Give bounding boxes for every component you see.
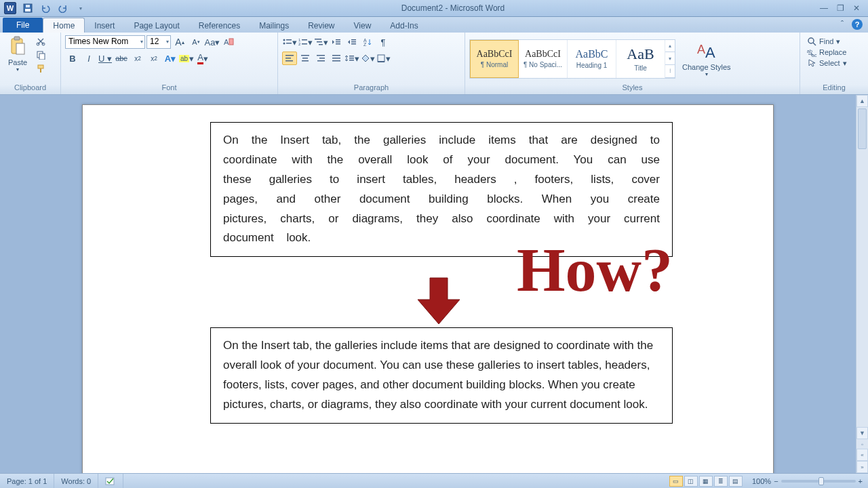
page[interactable]: On the Insert tab, the galleries include… <box>82 104 774 473</box>
tab-insert[interactable]: Insert <box>85 18 124 33</box>
svg-text:2: 2 <box>298 42 301 46</box>
align-left-icon[interactable] <box>282 52 297 65</box>
restore-icon[interactable]: ❐ <box>834 3 846 13</box>
font-name-input[interactable]: Times New Rom▾ <box>65 35 145 49</box>
align-right-icon[interactable] <box>313 52 328 65</box>
subscript-button[interactable]: x2 <box>130 52 145 65</box>
copy-icon[interactable] <box>34 49 47 61</box>
svg-rect-24 <box>319 44 323 45</box>
justify-icon[interactable] <box>329 52 344 65</box>
full-screen-view-icon[interactable]: ◫ <box>684 476 698 487</box>
font-color-icon[interactable]: A▾ <box>195 52 210 65</box>
scroll-down-icon[interactable]: ▼ <box>856 427 868 439</box>
clear-formatting-icon[interactable]: A <box>221 35 236 49</box>
zoom-level[interactable]: 100% <box>752 477 771 485</box>
scroll-thumb[interactable] <box>858 108 867 149</box>
borders-icon[interactable]: ▾ <box>376 52 391 65</box>
save-icon[interactable] <box>20 1 35 15</box>
help-icon[interactable]: ? <box>852 19 863 30</box>
svg-rect-42 <box>332 55 340 56</box>
tab-review[interactable]: Review <box>298 18 344 33</box>
style-title[interactable]: AaBTitle <box>616 40 665 78</box>
line-spacing-icon[interactable]: ▾ <box>344 52 359 65</box>
change-styles-button[interactable]: AA Change Styles▾ <box>678 39 735 79</box>
object-browse-icon[interactable]: ◦ <box>856 439 868 449</box>
superscript-button[interactable]: x2 <box>146 52 161 65</box>
window-title: Document2 - Microsoft Word <box>88 3 818 13</box>
prev-page-icon[interactable]: « <box>856 449 868 461</box>
status-words[interactable]: Words: 0 <box>54 474 98 488</box>
change-case-icon[interactable]: Aa▾ <box>205 35 220 49</box>
qat-customize-icon[interactable]: ▾ <box>73 1 88 15</box>
vertical-scrollbar[interactable]: ▲ ▼ ◦ « » <box>856 95 868 473</box>
text-box-after[interactable]: On the Insert tab, the galleries include… <box>210 327 673 424</box>
underline-button[interactable]: U ▾ <box>98 52 113 65</box>
styles-scroll[interactable]: ▴▾⁞ <box>665 40 675 78</box>
shading-icon[interactable]: ▾ <box>360 52 375 65</box>
document-area[interactable]: On the Insert tab, the galleries include… <box>0 95 856 473</box>
decrease-indent-icon[interactable] <box>329 35 344 49</box>
minimize-icon[interactable]: — <box>818 3 830 13</box>
font-label: Font <box>64 83 275 94</box>
multilevel-list-icon[interactable]: ▾ <box>313 35 328 49</box>
font-size-input[interactable]: 12▾ <box>146 35 171 49</box>
outline-view-icon[interactable]: ≣ <box>714 476 728 487</box>
zoom-slider[interactable] <box>781 480 856 483</box>
format-painter-icon[interactable] <box>34 62 47 75</box>
increase-indent-icon[interactable] <box>344 35 359 49</box>
undo-icon[interactable] <box>38 1 53 15</box>
style-heading-1[interactable]: AaBbCHeading 1 <box>568 40 616 78</box>
tab-home[interactable]: Home <box>43 18 85 33</box>
group-clipboard: Paste ▾ Clipboard <box>0 33 61 94</box>
svg-rect-15 <box>286 39 292 41</box>
paste-button[interactable]: Paste ▾ <box>3 34 33 74</box>
text-effects-icon[interactable]: A▾ <box>163 52 178 65</box>
find-button[interactable]: Find ▾ <box>807 37 847 46</box>
bullets-icon[interactable]: ▾ <box>282 35 297 49</box>
cut-icon[interactable] <box>34 35 47 47</box>
tab-mailings[interactable]: Mailings <box>250 18 298 33</box>
select-button[interactable]: Select ▾ <box>807 58 847 68</box>
scroll-up-icon[interactable]: ▲ <box>856 95 868 107</box>
tab-page-layout[interactable]: Page Layout <box>124 18 189 33</box>
svg-rect-41 <box>317 60 325 62</box>
status-proofing-icon[interactable] <box>98 474 123 488</box>
tab-references[interactable]: References <box>189 18 250 33</box>
sort-icon[interactable]: AZ <box>360 35 375 49</box>
align-center-icon[interactable] <box>298 52 313 65</box>
close-icon[interactable]: ✕ <box>850 3 863 13</box>
svg-rect-23 <box>317 41 322 43</box>
tab-file[interactable]: File <box>3 18 43 33</box>
arrow-down-icon <box>415 277 462 325</box>
replace-button[interactable]: abacReplace <box>807 47 847 57</box>
style-normal[interactable]: AaBbCcI¶ Normal <box>470 40 519 78</box>
show-hide-icon[interactable]: ¶ <box>376 35 391 49</box>
redo-icon[interactable] <box>56 1 71 15</box>
web-layout-view-icon[interactable]: ▦ <box>699 476 713 487</box>
app-icon[interactable]: W <box>3 1 18 15</box>
tab-add-ins[interactable]: Add-Ins <box>380 18 427 33</box>
tab-view[interactable]: View <box>344 18 381 33</box>
svg-text:Z: Z <box>363 42 367 47</box>
styles-label: Styles <box>468 83 797 94</box>
title-bar: W ▾ Document2 - Microsoft Word — ❐ ✕ <box>0 0 868 17</box>
editing-label: Editing <box>803 83 865 94</box>
print-layout-view-icon[interactable]: ▭ <box>669 476 683 487</box>
paragraph-label: Paragraph <box>281 83 462 94</box>
svg-rect-19 <box>302 39 307 41</box>
italic-button[interactable]: I <box>81 52 96 65</box>
minimize-ribbon-icon[interactable]: ˆ <box>837 19 848 30</box>
draft-view-icon[interactable]: ▤ <box>729 476 743 487</box>
numbering-icon[interactable]: 12▾ <box>298 35 313 49</box>
strikethrough-button[interactable]: abc <box>114 52 129 65</box>
shrink-font-icon[interactable]: A▾ <box>189 35 203 49</box>
next-page-icon[interactable]: » <box>856 461 868 473</box>
status-page[interactable]: Page: 1 of 1 <box>0 474 54 488</box>
highlight-color-icon[interactable]: ab▾ <box>179 52 194 65</box>
style-no-spacing[interactable]: AaBbCcI¶ No Spaci... <box>519 40 568 78</box>
grow-font-icon[interactable]: A▴ <box>172 35 187 49</box>
zoom-out-icon[interactable]: − <box>774 477 778 485</box>
bold-button[interactable]: B <box>65 52 80 65</box>
zoom-in-icon[interactable]: + <box>859 477 863 485</box>
styles-gallery[interactable]: AaBbCcI¶ Normal AaBbCcI¶ No Spaci... AaB… <box>469 39 675 79</box>
